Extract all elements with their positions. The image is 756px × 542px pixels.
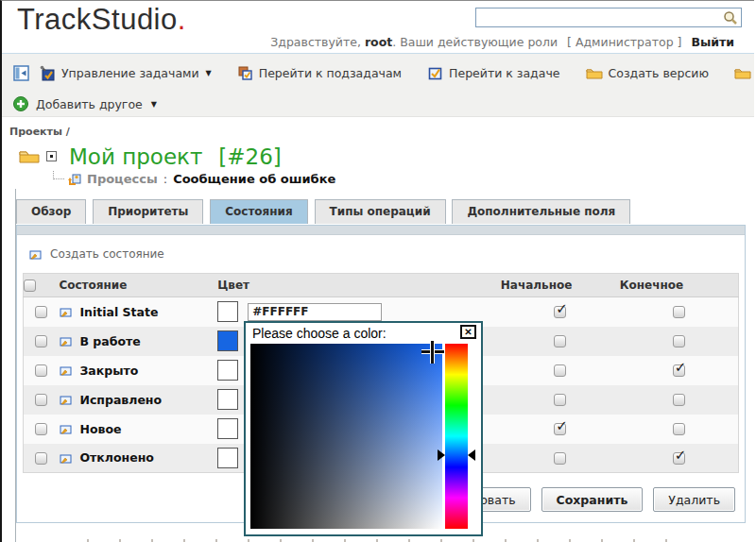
final-checkbox[interactable] — [673, 452, 685, 465]
create-project-button[interactable]: Создать проект — [734, 66, 754, 80]
initial-checkbox[interactable] — [554, 394, 566, 406]
goto-subtasks-icon — [237, 65, 253, 81]
color-swatch[interactable] — [217, 301, 238, 322]
tree-elbow — [53, 171, 64, 179]
state-name[interactable]: В работе — [79, 334, 140, 348]
final-checkbox[interactable] — [673, 364, 685, 377]
column-header-state: Состояние — [59, 274, 217, 297]
column-header-final: Конечное — [620, 274, 739, 297]
search-icon[interactable] — [723, 10, 738, 25]
color-swatch[interactable] — [217, 330, 238, 351]
delete-button[interactable]: Удалить — [653, 487, 735, 512]
goto-subtasks-button[interactable]: Перейти к подзадачам — [237, 65, 402, 81]
hue-arrow-right-icon[interactable] — [468, 449, 475, 461]
collapse-sidebar-button[interactable] — [13, 65, 29, 81]
tab-states[interactable]: Состояния — [210, 199, 307, 224]
create-state-link[interactable]: Создать состояние — [17, 235, 745, 261]
tab-operation-types[interactable]: Типы операций — [315, 199, 446, 224]
create-version-button[interactable]: Создать версию — [586, 66, 709, 80]
logo-dot: . — [178, 3, 186, 36]
final-checkbox[interactable] — [673, 394, 685, 406]
tab-priorities[interactable]: Приоритеты — [93, 199, 203, 224]
greeting-line: Здравствуйте, root. Ваши действующие рол… — [270, 35, 734, 49]
trackstudio-app: TrackStudio. Здравствуйте, root. Ваши де… — [0, 0, 754, 542]
chevron-down-icon: ▼ — [151, 100, 157, 109]
color-swatch[interactable] — [217, 389, 238, 410]
row-checkbox[interactable] — [35, 394, 47, 406]
initial-checkbox[interactable] — [554, 364, 566, 377]
goto-task-button[interactable]: Перейти к задаче — [427, 65, 559, 81]
state-icon — [59, 364, 73, 377]
state-icon — [59, 451, 73, 465]
workflow-section-label[interactable]: Процессы — [87, 172, 158, 186]
final-checkbox[interactable] — [673, 423, 685, 435]
separator: : — [163, 172, 167, 186]
initial-checkbox[interactable] — [554, 335, 566, 347]
state-icon — [59, 393, 73, 406]
chevron-down-icon: ▼ — [206, 69, 212, 77]
color-picker-title: Please choose a color: ✕ — [246, 323, 481, 344]
final-checkbox[interactable] — [673, 335, 685, 347]
color-swatch[interactable] — [217, 418, 238, 439]
collapse-sidebar-icon — [13, 65, 29, 81]
project-title-row: Мой проект [#26] — [19, 144, 754, 169]
initial-checkbox[interactable] — [554, 306, 566, 318]
hue-slider[interactable] — [445, 344, 468, 529]
workflow-icon — [68, 173, 82, 186]
search-box[interactable] — [475, 8, 742, 27]
workflow-subtitle-row: Процессы : Сообщение об ошибке — [53, 170, 754, 188]
state-icon — [59, 334, 73, 347]
state-name[interactable]: Новое — [79, 422, 121, 436]
color-hex-input[interactable] — [248, 303, 382, 321]
manage-tasks-icon — [40, 65, 56, 81]
tab-custom-fields[interactable]: Дополнительные поля — [452, 199, 630, 224]
color-swatch[interactable] — [217, 448, 238, 468]
color-picker-dialog: Please choose a color: ✕ — [244, 321, 483, 536]
hue-arrow-left-icon[interactable] — [438, 449, 445, 461]
color-swatch[interactable] — [217, 360, 238, 381]
folder-open-icon — [19, 148, 40, 164]
color-crosshair-icon[interactable] — [421, 341, 444, 364]
row-checkbox[interactable] — [35, 423, 47, 435]
username: root — [365, 35, 392, 49]
plus-icon — [13, 96, 28, 111]
state-name[interactable]: Исправлено — [79, 393, 162, 407]
row-checkbox[interactable] — [35, 364, 47, 377]
close-icon[interactable]: ✕ — [460, 325, 476, 339]
state-icon — [59, 422, 73, 435]
breadcrumb[interactable]: Проекты / — [9, 126, 754, 138]
state-name[interactable]: Закрыто — [79, 364, 138, 378]
row-checkbox[interactable] — [35, 335, 47, 347]
page-title[interactable]: Мой проект — [69, 144, 202, 169]
save-button[interactable]: Сохранить — [541, 487, 644, 512]
column-header-initial: Начальное — [501, 274, 620, 297]
search-input[interactable] — [478, 9, 720, 25]
tree-expand-icon[interactable] — [46, 151, 57, 161]
role-label: [ Администратор ] — [567, 35, 681, 49]
folder-icon — [586, 66, 603, 80]
panel-top-strip — [17, 226, 745, 235]
toolbar: Управление задачами▼ Перейти к подзадача… — [2, 54, 754, 117]
app-logo: TrackStudio. — [17, 3, 186, 37]
tab-bar: Обзор Приоритеты Состояния Типы операций… — [16, 199, 754, 225]
workflow-name: Сообщение об ошибке — [173, 172, 335, 186]
initial-checkbox[interactable] — [554, 423, 566, 435]
project-id: [#26] — [218, 144, 281, 169]
state-icon — [28, 247, 43, 261]
row-checkbox[interactable] — [35, 452, 47, 465]
header: TrackStudio. Здравствуйте, root. Ваши де… — [2, 1, 754, 54]
final-checkbox[interactable] — [673, 306, 685, 318]
select-all-checkbox[interactable] — [24, 279, 36, 292]
state-icon — [59, 305, 73, 318]
saturation-value-square[interactable] — [250, 344, 442, 529]
logout-link[interactable]: Выйти — [691, 35, 734, 49]
initial-checkbox[interactable] — [554, 452, 566, 465]
state-name[interactable]: Initial State — [79, 305, 158, 319]
tab-overview[interactable]: Обзор — [16, 199, 86, 224]
table-header-row: Состояние Цвет Начальное Конечное — [24, 274, 739, 297]
manage-tasks-menu[interactable]: Управление задачами▼ — [40, 65, 212, 81]
add-other-menu[interactable]: Добавить другое▼ — [13, 96, 745, 111]
column-header-color: Цвет — [217, 274, 501, 297]
state-name[interactable]: Отклонено — [79, 450, 153, 465]
row-checkbox[interactable] — [35, 306, 47, 318]
